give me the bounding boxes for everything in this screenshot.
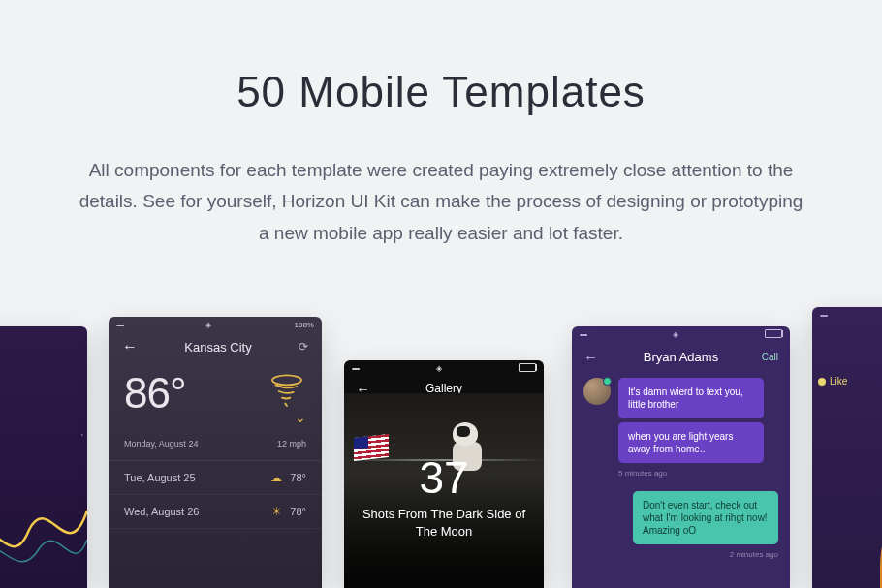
message-incoming[interactable]: when you are light years away from home.… [618,422,764,463]
forecast-list: Tue, August 25 ☁78° Wed, August 26 ☀78° [109,460,322,529]
gallery-caption: Shots From The Dark Side of The Moon [362,506,526,540]
status-bar [812,307,882,323]
message-outgoing[interactable]: Don't even start, check out what I'm loo… [633,491,778,544]
tornado-icon [268,372,306,415]
wifi-icon: ◈ [673,330,678,339]
wifi-icon: ◈ [205,321,211,329]
temperature: 86° [124,369,186,418]
call-button[interactable]: Call [762,352,778,362]
rain-icon: ☁ [270,471,282,484]
signal-icon [352,364,359,373]
hero-photo: 37 Shots From The Dark Side of The Moon [344,393,544,588]
axis-label: • [81,431,83,438]
settings-icon[interactable]: ⟳ [299,340,308,354]
avatar[interactable] [583,378,611,405]
wifi-icon: ◈ [436,364,442,373]
mockup-stats: Wee Like 500 400 300 [812,307,882,588]
current-date: Monday, August 24 [124,439,198,449]
signal-icon [820,311,827,320]
page-subtitle: All components for each template were cr… [73,155,809,249]
wind-speed: 12 mph [277,439,306,449]
mockup-weather: ◈ 100% ← Kansas City ⟳ 86° [109,317,322,588]
page-title: 50 Mobile Templates [0,68,882,116]
mockup-row: 〰 • ◈ 100% ← Kansas City ⟳ 86° [0,317,882,588]
forecast-temp: 78° [290,506,306,517]
forecast-day: Tue, August 25 [124,472,196,483]
svg-point-0 [272,375,301,385]
battery-label: 100% [295,321,314,329]
like-label[interactable]: Like [812,349,882,387]
contact-name: Bryan Adams [644,350,718,364]
battery-icon [519,363,536,374]
forecast-temp: 78° [290,472,306,483]
chart-wave [0,443,87,588]
message-incoming[interactable]: It's damn wierd to text you, little brot… [618,378,764,418]
signal-icon [580,330,586,339]
dot-icon [818,378,826,386]
sun-icon: ☀ [271,505,282,518]
mockup-chat: ◈ ← Bryan Adams Call It's damn wierd to … [572,326,790,588]
photo-count: 37 [419,451,468,504]
signal-icon [116,321,123,329]
forecast-row[interactable]: Wed, August 26 ☀78° [109,495,322,529]
screen-title: Wee [812,323,882,349]
back-icon[interactable]: ← [122,338,138,356]
mockup-analytics: 〰 • [0,326,87,588]
back-icon[interactable]: ← [583,349,598,365]
status-bar: ◈ [572,326,790,342]
mockup-gallery: ◈ ← Gallery 37 Shots From The Dark Side … [344,360,544,588]
status-bar: ◈ [344,360,544,376]
forecast-row[interactable]: Tue, August 25 ☁78° [109,461,322,495]
timestamp: 5 minutes ago [618,469,764,478]
timestamp: 2 minutes ago [730,550,778,559]
forecast-day: Wed, August 26 [124,506,199,517]
battery-icon [765,329,782,340]
status-bar: ◈ 100% [109,317,322,332]
city-title: Kansas City [184,340,251,355]
